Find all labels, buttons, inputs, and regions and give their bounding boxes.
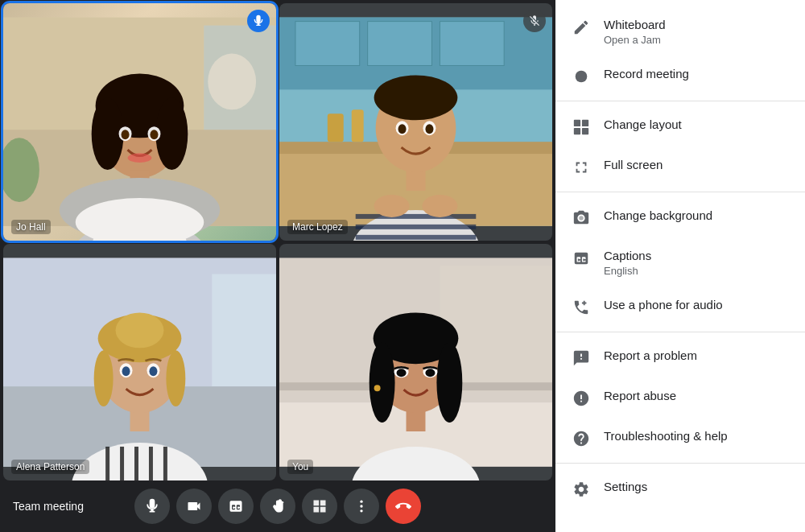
menu-item-phone-audio[interactable]: Use a phone for audio	[555, 287, 805, 327]
captions-sublabel: English	[604, 265, 651, 277]
divider-4	[555, 463, 805, 464]
report-problem-icon	[572, 348, 591, 368]
svg-point-14	[150, 130, 158, 139]
svg-point-15	[128, 153, 152, 163]
troubleshooting-text: Troubleshooting & help	[604, 427, 728, 444]
help-icon	[572, 429, 591, 448]
svg-point-39	[398, 124, 407, 134]
settings-text: Settings	[604, 478, 647, 495]
svg-point-74	[436, 342, 462, 423]
layout-text: Change layout	[604, 116, 682, 133]
whiteboard-sublabel: Open a Jam	[604, 34, 666, 46]
menu-item-whiteboard[interactable]: Whiteboard Open a Jam	[555, 6, 805, 56]
fullscreen-text: Full screen	[604, 156, 663, 173]
participant-name-1: Jo Hall	[11, 220, 51, 234]
settings-icon	[572, 480, 591, 499]
end-call-button[interactable]	[386, 489, 421, 524]
captions-button[interactable]	[218, 489, 254, 524]
more-options-button[interactable]	[344, 489, 379, 524]
menu-item-settings[interactable]: Settings	[555, 468, 805, 509]
participant-name-3: Alena Patterson	[11, 460, 89, 474]
report-abuse-label: Report abuse	[604, 387, 676, 404]
captions-label: Captions	[604, 247, 651, 264]
fullscreen-label: Full screen	[604, 156, 663, 173]
divider-1	[555, 101, 805, 101]
svg-point-79	[374, 385, 381, 391]
svg-point-78	[425, 369, 435, 377]
cc-icon	[572, 249, 591, 268]
participant-name-4: You	[287, 460, 313, 474]
record-icon	[572, 67, 591, 86]
svg-rect-30	[356, 214, 477, 219]
captions-text: Captions English	[604, 247, 651, 277]
background-icon	[572, 208, 591, 228]
report-problem-text: Report a problem	[604, 347, 697, 364]
svg-point-77	[397, 369, 407, 377]
whiteboard-text: Whiteboard Open a Jam	[604, 16, 666, 46]
svg-rect-27	[352, 109, 364, 142]
layout-label: Change layout	[604, 116, 682, 133]
troubleshooting-label: Troubleshooting & help	[604, 427, 728, 444]
main-container: Jo Hall	[0, 0, 805, 532]
video-cell-3: Alena Patterson	[3, 244, 276, 481]
background-text: Change background	[604, 207, 712, 224]
background-label: Change background	[604, 207, 712, 224]
menu-item-report-abuse[interactable]: Report abuse	[555, 377, 805, 418]
svg-point-59	[166, 350, 185, 406]
phone-audio-label: Use a phone for audio	[604, 296, 723, 313]
record-text: Record meeting	[604, 65, 689, 82]
svg-rect-85	[582, 120, 588, 126]
controls-group	[134, 489, 421, 524]
svg-rect-86	[574, 128, 580, 134]
video-grid: Jo Hall	[0, 0, 555, 480]
phone-audio-text: Use a phone for audio	[604, 296, 723, 313]
video-area: Jo Hall	[0, 0, 555, 532]
context-menu: Whiteboard Open a Jam Record meeting Cha…	[555, 0, 805, 532]
menu-item-report-problem[interactable]: Report a problem	[555, 337, 805, 377]
menu-item-fullscreen[interactable]: Full screen	[555, 146, 805, 187]
layout-button[interactable]	[302, 489, 337, 524]
svg-point-73	[369, 342, 395, 423]
whiteboard-label: Whiteboard	[604, 16, 666, 33]
menu-item-record[interactable]: Record meeting	[555, 56, 805, 96]
svg-point-81	[360, 505, 362, 507]
svg-rect-24	[440, 22, 504, 66]
svg-point-80	[360, 501, 362, 503]
svg-rect-45	[212, 274, 276, 386]
report-abuse-icon	[572, 389, 591, 408]
microphone-button[interactable]	[134, 489, 170, 524]
muted-mic-indicator-2	[523, 10, 546, 32]
menu-item-layout[interactable]: Change layout	[555, 106, 805, 146]
svg-rect-26	[328, 113, 344, 142]
svg-rect-87	[582, 128, 588, 134]
svg-point-83	[576, 71, 588, 83]
report-problem-label: Report a problem	[604, 347, 697, 364]
layout-icon	[572, 118, 591, 137]
svg-point-88	[579, 216, 584, 221]
active-mic-indicator	[247, 10, 270, 32]
svg-point-63	[149, 366, 157, 376]
menu-item-troubleshooting[interactable]: Troubleshooting & help	[555, 418, 805, 458]
svg-rect-31	[356, 225, 477, 229]
svg-point-36	[374, 75, 458, 120]
participant-name-2: Marc Lopez	[287, 220, 348, 234]
svg-point-62	[122, 366, 130, 376]
video-cell-2: Marc Lopez	[279, 3, 552, 241]
menu-item-background[interactable]: Change background	[555, 197, 805, 237]
svg-point-42	[422, 195, 457, 217]
settings-label: Settings	[604, 478, 647, 495]
phone-audio-icon	[572, 298, 591, 317]
video-cell-1: Jo Hall	[3, 3, 276, 241]
pencil-icon	[572, 18, 591, 37]
meeting-title: Team meeting	[13, 500, 134, 513]
svg-rect-23	[368, 22, 432, 66]
video-cell-4: You	[279, 244, 552, 481]
svg-point-13	[122, 130, 130, 139]
raise-hand-button[interactable]	[260, 489, 295, 524]
divider-2	[555, 192, 805, 192]
svg-point-82	[360, 509, 362, 512]
camera-button[interactable]	[176, 489, 212, 524]
record-label: Record meeting	[604, 65, 689, 82]
menu-item-captions[interactable]: Captions English	[555, 237, 805, 287]
report-abuse-text: Report abuse	[604, 387, 676, 404]
